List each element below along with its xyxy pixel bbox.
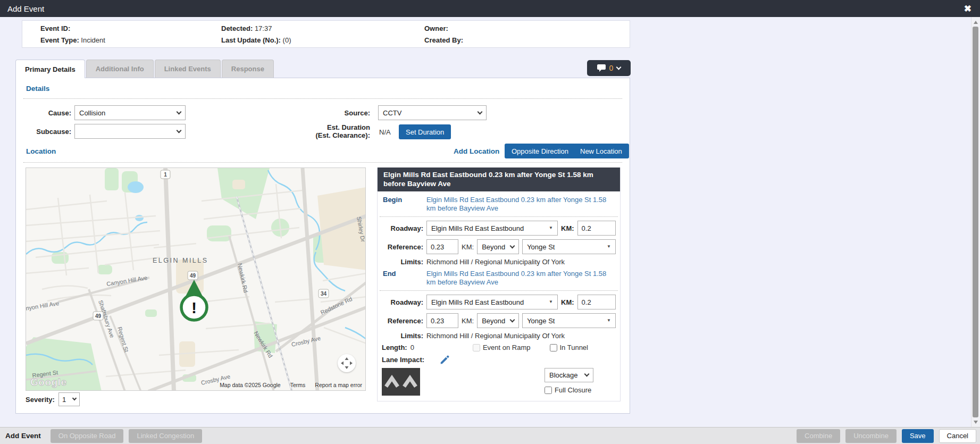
divider [23, 162, 622, 163]
begin-km-input[interactable] [577, 221, 616, 236]
event-id-label: Event ID: [40, 24, 70, 32]
chevron-down-icon [616, 65, 622, 70]
event-type-value: Incident [81, 36, 105, 44]
linked-congestion-button[interactable]: Linked Congestion [129, 429, 202, 443]
chevron-down-icon [478, 109, 483, 114]
scroll-up-icon[interactable] [971, 18, 980, 26]
subcause-select[interactable] [74, 124, 186, 139]
end-reference-input[interactable] [426, 313, 458, 328]
end-crossroad-select[interactable]: Yonge St ▼ [522, 313, 616, 328]
details-heading: Details [26, 85, 49, 93]
location-map[interactable]: ELGIN MILLS Canyon Hill Ave Canyon Hill … [26, 167, 366, 391]
comments-dropdown-button[interactable]: 0 [587, 60, 631, 76]
severity-select[interactable]: 1 [58, 392, 80, 406]
created-by-label: Created By: [424, 36, 463, 44]
cause-select[interactable]: Collision [74, 105, 186, 120]
begin-roadway-row: Roadway: Elgin Mills Rd East Eastbound ▼… [380, 221, 618, 236]
save-button[interactable]: Save [902, 429, 934, 443]
set-duration-button[interactable]: Set Duration [399, 124, 451, 139]
begin-row: Begin Elgin Mills Rd East Eastbound 0.23… [380, 196, 618, 217]
end-qualifier-select[interactable]: Beyond [477, 313, 519, 328]
event-on-ramp-checkbox[interactable] [473, 344, 480, 351]
lane-arrow-icon [402, 375, 418, 389]
terms-link[interactable]: Terms [290, 382, 306, 388]
full-closure-checkbox[interactable] [545, 387, 552, 394]
chevron-down-icon [177, 109, 182, 114]
primary-details-panel: Details Cause: Collision Subcause: Sourc… [15, 78, 630, 414]
est-duration-label: Est. Duration (Est. Clearance): [250, 123, 370, 139]
event-type-label: Event Type: [40, 36, 79, 44]
tab-additional-info[interactable]: Additional Info [86, 60, 154, 78]
triangle-down-icon: ▼ [607, 245, 611, 249]
reference-label: Reference: [382, 317, 423, 325]
chevron-down-icon [510, 243, 515, 248]
uncombine-button[interactable]: Uncombine [845, 429, 897, 443]
end-km-label: KM: [561, 298, 574, 306]
map-attribution: Map data ©2025 Google Terms Report a map… [220, 382, 362, 388]
limits-label: Limits: [382, 332, 423, 340]
map-data-credit: Map data ©2025 Google [220, 382, 281, 388]
in-tunnel-checkbox[interactable] [550, 344, 557, 351]
in-tunnel-label: In Tunnel [560, 344, 589, 351]
pan-arrows-icon [338, 354, 356, 372]
map-pan-control[interactable] [338, 354, 356, 372]
begin-crossroad-select[interactable]: Yonge St ▼ [522, 239, 616, 254]
location-details-panel: Elgin Mills Rd East Eastbound 0.23 km af… [377, 167, 621, 401]
source-select[interactable]: CCTV [378, 105, 487, 120]
chevron-down-icon [510, 317, 515, 322]
end-location-link[interactable]: Elgin Mills Rd East Eastbound 0.23 km af… [426, 270, 616, 287]
tab-bar: Primary Details Additional Info Linked E… [15, 60, 275, 78]
map-canvas: ELGIN MILLS Canyon Hill Ave Canyon Hill … [26, 168, 366, 391]
footer-bar: Add Event On Opposite Road Linked Conges… [0, 427, 980, 444]
length-label: Length: [382, 344, 407, 351]
begin-roadway-select[interactable]: Elgin Mills Rd East Eastbound ▼ [426, 221, 558, 236]
begin-limits-value: Richmond Hill / Regional Municipality Of… [426, 258, 565, 266]
source-label: Source: [250, 109, 370, 117]
end-label: End [382, 270, 423, 278]
tab-primary-details[interactable]: Primary Details [15, 60, 85, 78]
begin-ref-km-label: KM: [462, 243, 474, 251]
end-roadway-select[interactable]: Elgin Mills Rd East Eastbound ▼ [426, 295, 558, 309]
tab-response[interactable]: Response [222, 60, 274, 78]
begin-qualifier-select[interactable]: Beyond [477, 239, 519, 254]
combine-button[interactable]: Combine [797, 429, 840, 443]
new-location-button[interactable]: New Location [573, 144, 629, 158]
footer-add-event-label: Add Event [5, 432, 41, 440]
tab-linked-events[interactable]: Linked Events [155, 60, 221, 78]
severity-value: 1 [62, 396, 73, 404]
opposite-direction-button[interactable]: Opposite Direction [505, 144, 575, 158]
comment-bubble-icon [597, 64, 606, 72]
owner-label: Owner: [424, 24, 448, 32]
begin-limits-row: Limits: Richmond Hill / Regional Municip… [380, 258, 618, 266]
comment-count: 0 [609, 64, 614, 72]
scrollbar-thumb[interactable] [973, 27, 978, 417]
location-heading: Location [26, 147, 56, 155]
close-icon[interactable]: ✖ [964, 4, 971, 13]
report-map-error-link[interactable]: Report a map error [315, 382, 362, 388]
lane-impact-label: Lane Impact: [382, 356, 424, 364]
google-logo: Google [30, 376, 66, 388]
full-closure-checkbox-row: Full Closure [545, 386, 591, 394]
vertical-scrollbar[interactable] [971, 17, 980, 427]
scroll-down-icon[interactable] [971, 418, 980, 426]
lane-impact-graphic[interactable] [382, 368, 420, 396]
blockage-select[interactable]: Blockage [545, 368, 593, 382]
route-badge-34: 34 [321, 291, 327, 297]
cancel-button[interactable]: Cancel [939, 429, 976, 443]
end-km-input[interactable] [577, 295, 616, 309]
cause-label: Cause: [16, 109, 71, 117]
edit-pencil-icon[interactable] [440, 355, 449, 364]
begin-km-label: KM: [561, 224, 574, 232]
end-limits-value: Richmond Hill / Regional Municipality Of… [426, 332, 565, 340]
subcause-label: Subcause: [16, 128, 71, 136]
divider [23, 98, 622, 99]
event-on-ramp-label: Event on Ramp [483, 344, 531, 351]
begin-reference-input[interactable] [426, 239, 458, 254]
begin-label: Begin [382, 196, 423, 204]
source-value: CCTV [383, 109, 478, 117]
begin-location-link[interactable]: Elgin Mills Rd East Eastbound 0.23 km af… [426, 196, 616, 213]
length-row: Length: 0 Event on Ramp In Tunnel [380, 344, 618, 351]
on-opposite-road-button[interactable]: On Opposite Road [51, 429, 124, 443]
severity-label: Severity: [26, 396, 55, 404]
last-update-value: (0) [283, 36, 291, 44]
